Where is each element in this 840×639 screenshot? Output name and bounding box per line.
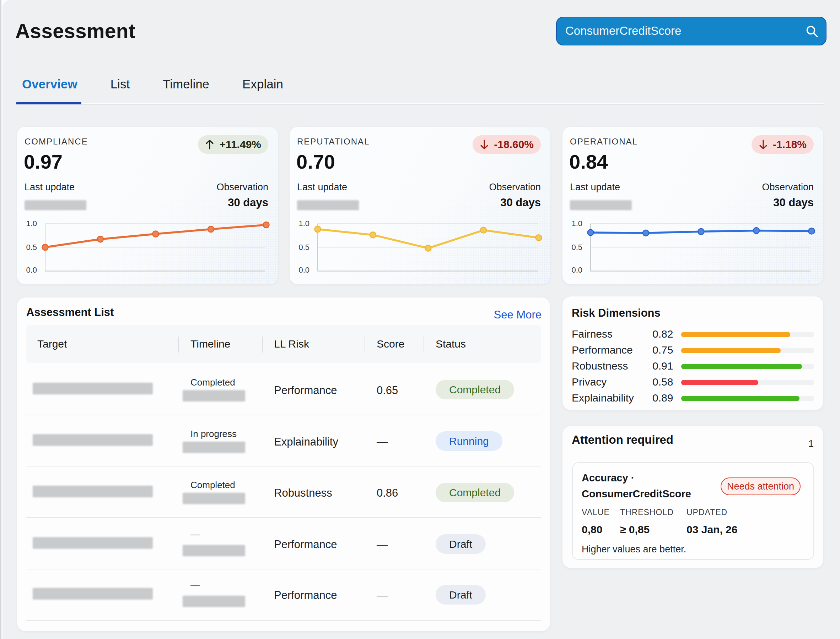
svg-text:1.0: 1.0 <box>26 219 37 228</box>
svg-text:0.0: 0.0 <box>571 265 582 274</box>
svg-text:1.0: 1.0 <box>298 219 309 228</box>
svg-text:0.0: 0.0 <box>298 265 309 274</box>
svg-text:0.5: 0.5 <box>298 243 309 252</box>
svg-text:0.5: 0.5 <box>26 243 37 252</box>
svg-text:1.0: 1.0 <box>571 219 582 228</box>
svg-text:0.0: 0.0 <box>26 265 37 274</box>
svg-text:0.5: 0.5 <box>571 243 582 252</box>
